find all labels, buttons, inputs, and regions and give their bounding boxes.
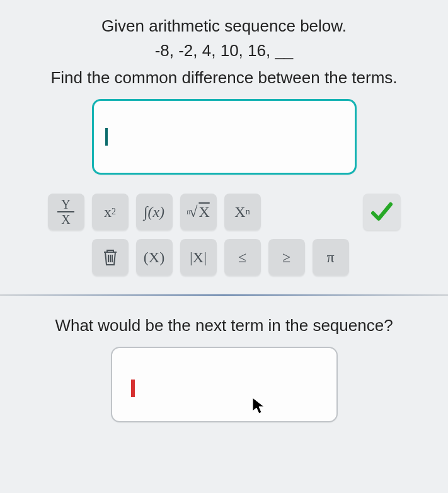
fraction-den: X xyxy=(57,212,74,226)
sequence-text: -8, -2, 4, 10, 16, __ xyxy=(0,41,448,61)
text-cursor-2 xyxy=(131,380,135,397)
fraction-button[interactable]: Y X xyxy=(48,194,84,230)
paren-label: (X) xyxy=(144,249,164,266)
answer-input-1[interactable] xyxy=(92,99,357,175)
check-icon xyxy=(369,199,394,224)
parentheses-button[interactable]: (X) xyxy=(136,239,173,276)
abs-label: |X| xyxy=(190,249,207,266)
le-label: ≤ xyxy=(238,249,246,266)
submit-check-button[interactable] xyxy=(363,194,401,230)
text-cursor xyxy=(105,128,108,146)
fraction-num: Y xyxy=(57,197,74,212)
greater-equal-button[interactable]: ≥ xyxy=(268,239,305,276)
absolute-value-button[interactable]: |X| xyxy=(180,239,217,276)
power-exp: 2 xyxy=(112,207,116,217)
ge-label: ≥ xyxy=(282,249,290,266)
subscript-base: X xyxy=(234,204,245,221)
subscript-button[interactable]: Xn xyxy=(224,194,261,230)
root-symbol: √ xyxy=(189,204,197,221)
question-2: What would be the next term in the seque… xyxy=(0,316,448,335)
nth-root-button[interactable]: n √ X xyxy=(180,194,217,230)
less-equal-button[interactable]: ≤ xyxy=(224,239,261,276)
trash-icon xyxy=(101,248,119,267)
root-x: X xyxy=(197,204,209,221)
pi-button[interactable]: π xyxy=(313,239,349,276)
function-button[interactable]: ∫(x) xyxy=(136,194,173,230)
answer-input-2[interactable] xyxy=(111,347,338,422)
trash-button[interactable] xyxy=(92,239,129,276)
section-divider xyxy=(0,294,448,296)
math-toolbar: Y X x2 ∫(x) n √ X Xn xyxy=(48,194,401,276)
function-label: ∫(x) xyxy=(144,204,164,221)
power-button[interactable]: x2 xyxy=(92,194,129,230)
problem-intro: Given arithmetic sequence below. xyxy=(0,16,448,36)
question-1: Find the common difference between the t… xyxy=(0,68,448,88)
power-base: x xyxy=(104,204,112,221)
pi-label: π xyxy=(326,249,334,266)
subscript-n: n xyxy=(246,207,250,217)
